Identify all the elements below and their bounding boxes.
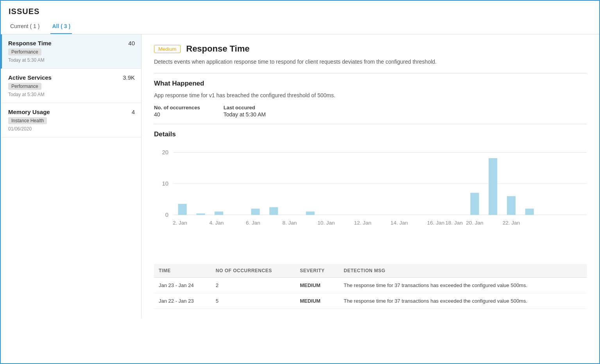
page: ISSUES Current ( 1 ) All ( 3 ) Response …: [1, 1, 599, 318]
issue-badge-memory-usage: Instance Health: [8, 117, 47, 124]
row1-severity: MEDIUM: [295, 293, 339, 309]
tab-all[interactable]: All ( 3 ): [50, 20, 72, 34]
right-panel: Medium Response Time Detects events when…: [141, 34, 599, 318]
bar-5: [269, 207, 278, 215]
bar-20: [489, 158, 497, 215]
svg-text:18. Jan: 18. Jan: [445, 220, 462, 226]
tab-current[interactable]: Current ( 1 ): [9, 20, 41, 34]
row1-occurrences: 5: [211, 293, 295, 309]
stat-occurrences: No. of occurrences 40: [154, 105, 200, 118]
detail-description: Detects events when application response…: [154, 58, 587, 66]
issue-count-memory-usage: 4: [132, 109, 135, 115]
severity-badge: Medium: [154, 45, 181, 53]
chart-svg: 20 10 0: [154, 148, 587, 253]
bar-19: [470, 193, 479, 215]
details-title: Details: [154, 130, 587, 138]
stat-label-occurrences: No. of occurrences: [154, 105, 200, 111]
bar-2: [215, 212, 223, 215]
row1-msg: The response time for 37 transactions ha…: [339, 293, 587, 309]
svg-text:0: 0: [165, 212, 168, 218]
stats-row: No. of occurrences 40 Last occured Today…: [154, 105, 587, 118]
divider-2: [154, 124, 587, 124]
issue-item-response-time[interactable]: Response Time 40 Performance Today at 5:…: [1, 34, 141, 69]
page-title: ISSUES: [9, 7, 591, 16]
bar-4: [251, 209, 260, 215]
issue-header-response-time: Response Time 40: [8, 40, 135, 46]
stat-label-last: Last occured: [224, 105, 266, 111]
issue-badge-active-services: Performance: [8, 83, 41, 90]
left-panel: Response Time 40 Performance Today at 5:…: [1, 34, 141, 318]
issue-item-memory-usage[interactable]: Memory Usage 4 Instance Health 01/06/202…: [1, 103, 141, 137]
issue-header-memory-usage: Memory Usage 4: [8, 109, 135, 115]
svg-text:16. Jan: 16. Jan: [427, 220, 444, 226]
svg-text:20: 20: [162, 149, 168, 155]
svg-text:20. Jan: 20. Jan: [466, 220, 483, 226]
svg-text:2. Jan: 2. Jan: [173, 220, 187, 226]
table-row-1: Jan 22 - Jan 23 5 MEDIUM The response ti…: [154, 293, 587, 309]
main-body: Response Time 40 Performance Today at 5:…: [1, 34, 599, 318]
detail-table: TIME NO OF OCCURRENCES SEVERITY DETECTIO…: [154, 264, 587, 309]
issue-count-active-services: 3.9K: [123, 74, 135, 81]
issue-name-active-services: Active Services: [8, 74, 52, 81]
svg-text:12. Jan: 12. Jan: [354, 220, 371, 226]
row0-time: Jan 23 - Jan 24: [154, 277, 211, 293]
bar-1: [196, 214, 205, 215]
table-header-row: TIME NO OF OCCURRENCES SEVERITY DETECTIO…: [154, 264, 587, 278]
issue-time-memory-usage: 01/06/2020: [8, 126, 135, 132]
issue-badge-response-time: Performance: [8, 48, 41, 55]
issue-time-active-services: Today at 5:30 AM: [8, 92, 135, 97]
issue-item-active-services[interactable]: Active Services 3.9K Performance Today a…: [1, 69, 141, 103]
row1-time: Jan 22 - Jan 23: [154, 293, 211, 309]
stat-value-last: Today at 5:30 AM: [224, 111, 266, 118]
page-header: ISSUES: [1, 1, 599, 20]
bar-21: [507, 196, 516, 215]
detail-title: Response Time: [186, 44, 249, 54]
row0-msg: The response time for 37 transactions ha…: [339, 277, 587, 293]
svg-text:6. Jan: 6. Jan: [246, 220, 260, 226]
col-occurrences: NO OF OCCURRENCES: [211, 264, 295, 278]
app-container: ISSUES Current ( 1 ) All ( 3 ) Response …: [0, 0, 600, 364]
col-msg: DETECTION MSG: [339, 264, 587, 278]
row0-severity: MEDIUM: [295, 277, 339, 293]
what-happened-text: App response time for v1 has breached th…: [154, 92, 587, 98]
bar-22: [525, 209, 534, 215]
stat-last-occurred: Last occured Today at 5:30 AM: [224, 105, 266, 118]
row0-occurrences: 2: [211, 277, 295, 293]
issue-name-response-time: Response Time: [8, 40, 52, 46]
svg-text:14. Jan: 14. Jan: [390, 220, 408, 226]
svg-text:4. Jan: 4. Jan: [209, 220, 224, 226]
svg-text:10: 10: [162, 180, 168, 187]
stat-value-occurrences: 40: [154, 111, 200, 118]
col-severity: SEVERITY: [295, 264, 339, 278]
issue-count-response-time: 40: [128, 40, 135, 46]
issue-name-memory-usage: Memory Usage: [8, 109, 50, 115]
svg-text:8. Jan: 8. Jan: [282, 220, 297, 226]
what-happened-title: What Happened: [154, 80, 587, 87]
bar-0: [178, 204, 187, 215]
detail-header: Medium Response Time: [154, 44, 587, 54]
issue-header-active-services: Active Services 3.9K: [8, 74, 135, 81]
divider-1: [154, 73, 587, 73]
issue-time-response-time: Today at 5:30 AM: [8, 57, 135, 63]
tabs-bar: Current ( 1 ) All ( 3 ): [1, 20, 599, 34]
table-row-0: Jan 23 - Jan 24 2 MEDIUM The response ti…: [154, 277, 587, 293]
col-time: TIME: [154, 264, 211, 278]
chart-container: 20 10 0: [154, 148, 587, 255]
bar-7: [306, 212, 315, 215]
svg-text:10. Jan: 10. Jan: [317, 220, 335, 226]
svg-text:22. Jan: 22. Jan: [503, 220, 520, 226]
